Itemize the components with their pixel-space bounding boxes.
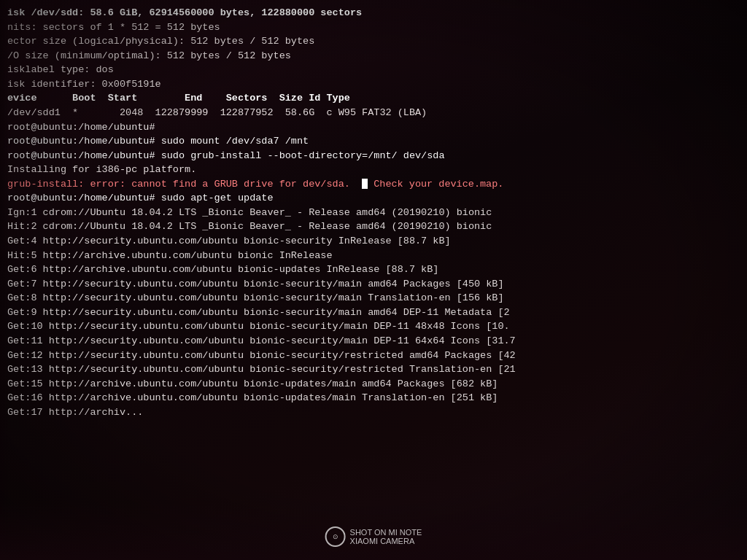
terminal-line-11: root@ubuntu:/home/ubuntu# sudo mount /de… <box>7 134 740 149</box>
watermark-text: SHOT ON MI NOTE XIAOMI CAMERA <box>350 528 422 545</box>
terminal-line-8: evice Boot Start End Sectors Size Id Typ… <box>7 91 740 106</box>
terminal-line-5: isklabel type: dos <box>7 63 740 77</box>
terminal-line-2: nits: sectors of 1 * 512 = 512 bytes <box>7 20 740 35</box>
watermark-label2: XIAOMI CAMERA <box>350 537 422 545</box>
terminal-line-27: Get:13 http://security.ubuntu.com/ubuntu… <box>7 362 740 377</box>
terminal-line-6: isk identifier: 0x00f5191e <box>7 77 740 92</box>
watermark-icon: ⊙ <box>325 526 346 547</box>
terminal-line-15: root@ubuntu:/home/ubuntu# sudo apt-get u… <box>7 191 740 206</box>
terminal-line-9: /dev/sdd1 * 2048 122879999 122877952 58.… <box>7 106 740 120</box>
terminal-line-13: Installing for i386-pc platform. <box>7 163 740 177</box>
terminal-line-16: Ign:1 cdrom://Ubuntu 18.04.2 LTS _Bionic… <box>7 206 740 220</box>
terminal-line-25: Get:11 http://security.ubuntu.com/ubuntu… <box>7 334 740 349</box>
terminal-line-21: Get:7 http://security.ubuntu.com/ubuntu … <box>7 277 740 292</box>
watermark: ⊙ SHOT ON MI NOTE XIAOMI CAMERA <box>325 526 422 547</box>
terminal-line-29: Get:16 http://archive.ubuntu.com/ubuntu … <box>7 391 740 405</box>
terminal-line-10: root@ubuntu:/home/ubuntu# <box>7 120 740 135</box>
terminal-line-4: /O size (minimum/optimal): 512 bytes / 5… <box>7 49 740 63</box>
terminal-line-24: Get:10 http://security.ubuntu.com/ubuntu… <box>7 319 740 334</box>
terminal-line-30: Get:17 http://archiv... <box>7 405 740 420</box>
terminal-line-12: root@ubuntu:/home/ubuntu# sudo grub-inst… <box>7 149 740 163</box>
terminal-line-22: Get:8 http://security.ubuntu.com/ubuntu … <box>7 291 740 306</box>
terminal-line-19: Hit:5 http://archive.ubuntu.com/ubuntu b… <box>7 249 740 263</box>
terminal-line-17: Hit:2 cdrom://Ubuntu 18.04.2 LTS _Bionic… <box>7 219 740 234</box>
terminal-line-18: Get:4 http://security.ubuntu.com/ubuntu … <box>7 234 740 249</box>
terminal-line-3: ector size (logical/physical): 512 bytes… <box>7 34 740 49</box>
terminal-line-28: Get:15 http://archive.ubuntu.com/ubuntu … <box>7 377 740 392</box>
terminal-content: isk /dev/sdd: 58.6 GiB, 62914560000 byte… <box>7 6 740 419</box>
terminal-line-20: Get:6 http://archive.ubuntu.com/ubuntu b… <box>7 262 740 277</box>
terminal-window: isk /dev/sdd: 58.6 GiB, 62914560000 byte… <box>0 0 747 560</box>
text-cursor <box>362 179 368 189</box>
terminal-line-23: Get:9 http://security.ubuntu.com/ubuntu … <box>7 306 740 320</box>
terminal-line-1: isk /dev/sdd: 58.6 GiB, 62914560000 byte… <box>7 6 740 20</box>
terminal-line-26: Get:12 http://security.ubuntu.com/ubuntu… <box>7 349 740 363</box>
watermark-label1: SHOT ON MI NOTE <box>350 528 422 537</box>
terminal-line-14: grub-install: error: cannot find a GRUB … <box>7 177 740 192</box>
